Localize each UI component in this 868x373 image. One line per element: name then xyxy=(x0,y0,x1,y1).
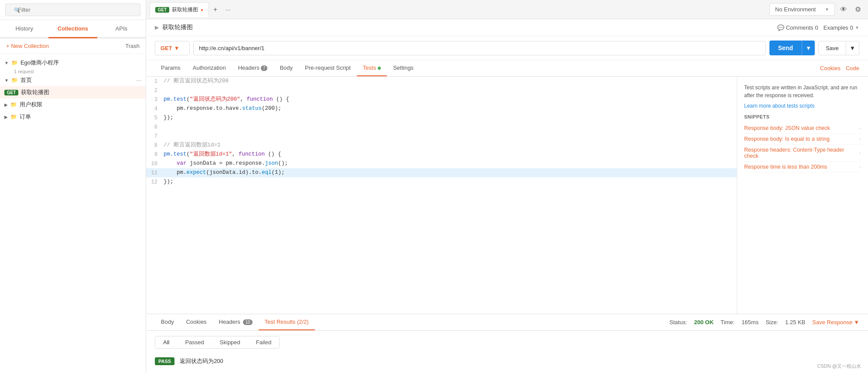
save-button[interactable]: Save xyxy=(818,41,846,55)
request-title: ▶ 获取轮播图 xyxy=(155,24,193,31)
sidebar-tree: ▼ 📁 Ego微商小程序 1 request ▼ 📁 首页 ··· GET 获取… xyxy=(0,54,146,373)
snippet-item-4[interactable]: Response time is less than 200ms › xyxy=(744,162,861,173)
learn-more-link[interactable]: Learn more about tests scripts xyxy=(744,103,861,109)
tab-label: 获取轮播图 xyxy=(172,6,198,14)
more-tabs-icon[interactable]: ··· xyxy=(222,3,234,16)
filter-tab-all[interactable]: All xyxy=(155,336,177,348)
chevron-right-icon: ▶ xyxy=(155,24,159,31)
pass-text: 返回状态码为200 xyxy=(180,357,223,365)
tab-headers[interactable]: Headers7 xyxy=(232,60,274,76)
gear-icon-button[interactable]: ⚙ xyxy=(852,3,864,16)
send-button-group: Send ▼ xyxy=(769,41,815,55)
tab-pre-request[interactable]: Pre-request Script xyxy=(299,60,357,76)
filter-tab-failed[interactable]: Failed xyxy=(248,336,279,348)
resp-tab-cookies[interactable]: Cookies xyxy=(180,314,213,330)
tab-settings[interactable]: Settings xyxy=(387,60,420,76)
save-button-group: Save ▼ xyxy=(818,41,859,55)
snippet-item-2[interactable]: Response body: Is equal to a string › xyxy=(744,134,861,145)
tab-body[interactable]: Body xyxy=(273,60,299,76)
folder-icon: 📁 xyxy=(10,114,17,120)
tab-bar: GET 获取轮播图 ● + ··· xyxy=(146,0,868,19)
search-wrap xyxy=(5,3,140,16)
tab-unsaved-dot: ● xyxy=(201,7,203,12)
tree-folder-orders[interactable]: ▶ 📁 订单 xyxy=(0,111,146,123)
cookies-link[interactable]: Cookies xyxy=(820,65,841,71)
right-tab-actions: Cookies Code xyxy=(820,65,859,71)
save-response-button[interactable]: Save Response ▼ xyxy=(812,319,859,326)
chevron-down-icon: ▼ xyxy=(825,7,829,12)
request-tab-banner[interactable]: GET 获取轮播图 ● xyxy=(150,2,209,17)
filter-tab-passed[interactable]: Passed xyxy=(177,336,212,348)
response-area: Body Cookies Headers 10 Test Results (2/… xyxy=(146,314,868,373)
tab-authorization[interactable]: Authorization xyxy=(187,60,232,76)
examples-button[interactable]: Examples 0 ▼ xyxy=(824,24,859,31)
response-body: All Passed Skipped Failed PASS 返回状态码为200 xyxy=(146,331,868,373)
tab-apis[interactable]: APIs xyxy=(97,20,146,38)
code-line-11: 11 pm.expect(jsonData.id).to.eql(1); xyxy=(146,168,737,177)
filter-input[interactable] xyxy=(5,3,140,16)
code-link[interactable]: Code xyxy=(846,65,859,71)
request-tabs: Params Authorization Headers7 Body Pre-r… xyxy=(146,60,868,77)
size-value: 1.25 KB xyxy=(785,319,805,326)
eye-icon-button[interactable]: 👁 xyxy=(837,3,850,16)
code-line-3: 3 pm.test("返回状态码为200", function () { xyxy=(146,95,737,104)
folder-icon: 📁 xyxy=(11,77,18,83)
url-bar: GET ▼ Send ▼ Save ▼ xyxy=(146,36,868,60)
chevron-down-icon: ▼ xyxy=(855,25,859,30)
environment-selector[interactable]: No Environment ▼ xyxy=(769,3,835,16)
chevron-down-icon: ▼ xyxy=(4,78,9,83)
folder-label: 首页 xyxy=(21,76,32,84)
chevron-right-icon: ▶ xyxy=(4,115,8,119)
request-actions: 💬 Comments 0 Examples 0 ▼ xyxy=(777,24,859,31)
tab-collections[interactable]: Collections xyxy=(48,20,97,38)
time-label: Time: xyxy=(721,319,735,326)
tree-item-get-banner[interactable]: GET 获取轮播图 xyxy=(0,86,146,98)
add-tab-button[interactable]: + xyxy=(209,3,222,16)
chevron-down-icon: ▼ xyxy=(854,319,859,326)
code-editor[interactable]: 1 // 断言返回状态码为200 2 3 pm.test("返回状态码为200"… xyxy=(146,77,737,314)
filter-tab-skipped[interactable]: Skipped xyxy=(212,336,248,348)
response-status-bar: Status: 200 OK Time: 165ms Size: 1.25 KB… xyxy=(670,319,859,326)
tree-folder-user-perms[interactable]: ▶ 📁 用户权限 xyxy=(0,98,146,111)
folder-icon: 📁 xyxy=(10,102,17,108)
snippets-title: SNIPPETS xyxy=(744,114,861,119)
tab-params[interactable]: Params xyxy=(155,60,187,76)
tree-sublabel: 1 request xyxy=(0,69,146,74)
chevron-down-icon: ▼ xyxy=(174,45,180,51)
comments-button[interactable]: 💬 Comments 0 xyxy=(777,24,818,31)
main-content: No Environment ▼ 👁 ⚙ GET 获取轮播图 ● + ··· ▶… xyxy=(146,0,868,373)
context-menu-icon[interactable]: ··· xyxy=(136,77,141,84)
request-header: ▶ 获取轮播图 💬 Comments 0 Examples 0 ▼ xyxy=(146,19,868,36)
method-selector[interactable]: GET ▼ xyxy=(155,41,190,55)
method-value: GET xyxy=(161,45,172,51)
filter-tabs: All Passed Skipped Failed xyxy=(155,336,280,349)
examples-label: Examples xyxy=(824,24,848,31)
comments-label: Comments xyxy=(786,24,813,31)
code-line-1: 1 // 断言返回状态码为200 xyxy=(146,77,737,86)
tree-folder-homepage[interactable]: ▼ 📁 首页 ··· xyxy=(0,74,146,86)
status-label: Status: xyxy=(670,319,687,326)
snippet-item-1[interactable]: Response body: JSON value check › xyxy=(744,123,861,134)
code-line-5: 5 }); xyxy=(146,113,737,122)
send-dropdown-button[interactable]: ▼ xyxy=(802,41,815,55)
resp-tab-headers[interactable]: Headers 10 xyxy=(213,314,259,330)
request-name: 获取轮播图 xyxy=(162,24,193,31)
code-line-4: 4 pm.response.to.have.status(200); xyxy=(146,104,737,113)
send-button[interactable]: Send xyxy=(769,41,802,55)
snippet-item-3[interactable]: Response headers: Content-Type header ch… xyxy=(744,145,861,162)
chevron-right-icon: › xyxy=(860,165,861,170)
url-input[interactable] xyxy=(193,41,766,55)
save-dropdown-button[interactable]: ▼ xyxy=(846,41,859,55)
request-body-area: 1 // 断言返回状态码为200 2 3 pm.test("返回状态码为200"… xyxy=(146,77,868,373)
resp-headers-badge: 10 xyxy=(243,319,252,325)
tab-history[interactable]: History xyxy=(0,20,48,38)
code-line-6: 6 xyxy=(146,122,737,132)
trash-button[interactable]: Trash xyxy=(125,43,140,49)
filter-section xyxy=(0,0,146,20)
tree-group-ego[interactable]: ▼ 📁 Ego微商小程序 xyxy=(0,57,146,69)
new-collection-button[interactable]: + New Collection xyxy=(6,43,49,49)
tab-tests[interactable]: Tests xyxy=(357,60,387,76)
time-value: 165ms xyxy=(742,319,759,326)
resp-tab-test-results[interactable]: Test Results (2/2) xyxy=(259,314,315,330)
resp-tab-body[interactable]: Body xyxy=(155,314,180,330)
